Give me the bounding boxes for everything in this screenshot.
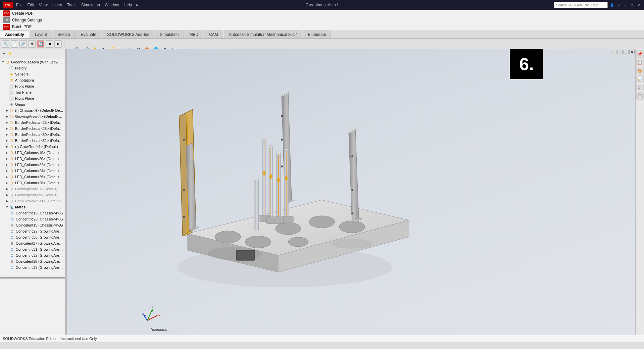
viewport-close-button[interactable]: ✕ [629, 50, 635, 54]
appearance-icon[interactable]: 📌 [636, 50, 644, 58]
filter-options-icon[interactable]: ⚡ [7, 51, 12, 56]
tree-item-border30[interactable]: ▶ ⬡ BorderPedestal<30> (Defaul... [0, 132, 65, 138]
3d-viewport[interactable]: 6. [67, 49, 644, 342]
minimize-button[interactable]: ─ [623, 2, 628, 8]
tab-sketch[interactable]: Sketch [53, 31, 75, 38]
tree-item-backgrowwall[interactable]: ▶ ⬡ BackGrowWall<1> (Default) [0, 198, 65, 204]
led22-expand[interactable]: ▶ [5, 163, 9, 166]
origin-expand[interactable] [5, 103, 9, 106]
restore-button[interactable]: □ [629, 2, 635, 8]
front-plane-expand[interactable] [5, 85, 9, 88]
tree-scrollbar[interactable] [0, 277, 65, 279]
tree-item-annotations[interactable]: ◫ Annotations [0, 77, 65, 83]
menu-help[interactable]: Help [122, 3, 134, 7]
insert-icon[interactable]: 📄 [11, 40, 18, 48]
tree-item-border32[interactable]: ▶ ⬡ BorderPedestal<32> (Defaul... [0, 138, 65, 144]
tree-item-led20[interactable]: ▶ ⬡ LED_Column<20> (Default<... [0, 156, 65, 162]
tree-item-history[interactable]: 🕐 History [0, 65, 65, 71]
tree-item-growingwall3[interactable]: ▶ ⬡ GrowingWall<3> (Default) [0, 192, 65, 198]
tab-mbd[interactable]: MBD [185, 31, 204, 38]
tree-item-chassis[interactable]: ▶ ⬡ (f) Chassis<4> (Default<De... [0, 107, 65, 113]
filter-icon[interactable]: ▼ [2, 51, 6, 56]
tree-mate-concentric31[interactable]: ⊙ Concentric31 (GrowingArea... [0, 246, 65, 252]
scene-icon-right[interactable]: 📋 [636, 59, 644, 66]
tree-mate-concentric30[interactable]: ⊙ Concentric30 (GrowingArea... [0, 234, 65, 240]
tree-item-border28[interactable]: ▶ ⬡ BorderPedestal<28> (Defaul... [0, 126, 65, 132]
history-expand[interactable] [5, 66, 9, 70]
menu-view[interactable]: View [38, 3, 49, 7]
user-icon[interactable]: 👤 [609, 2, 614, 8]
change-settings-button[interactable]: ⚙ Change Settings [3, 17, 641, 23]
tab-solidworks-addins[interactable]: SOLIDWORKS Add-Ins [102, 31, 154, 38]
tree-item-led19[interactable]: ▶ ⬡ LED_Column<19> (Default<... [0, 150, 65, 156]
smart-mates-icon[interactable]: 🔗 [19, 40, 27, 48]
tree-item-sensors[interactable]: ⊙ Sensors [0, 71, 65, 77]
tree-item-led26[interactable]: ▶ ⬡ LED_Column<26> (Default<... [0, 174, 65, 180]
tree-item-led24[interactable]: ▶ ⬡ LED_Column<24> (Default<... [0, 168, 65, 174]
tree-mates-header[interactable]: ▼ 🔩 Mates [0, 204, 65, 210]
viewport-maximize-button[interactable]: ▢ [623, 50, 629, 54]
menu-tools[interactable]: Tools [66, 3, 78, 7]
tree-item-growingwall1[interactable]: ▶ ⬡ GrowingWall<1> (Default) [0, 186, 65, 192]
menu-window[interactable]: Window [103, 3, 120, 7]
border28-expand[interactable]: ▶ [5, 127, 9, 130]
tree-root-item[interactable]: ▼ ⬡ GreenhouseAsm (With Grow Wa... [0, 59, 65, 65]
tree-mate-concentric19[interactable]: ⊙ Concentric19 (Chassis<4>,G [0, 210, 65, 216]
nav-left-icon[interactable]: ◀ [46, 40, 53, 48]
menu-file[interactable]: File [15, 3, 24, 7]
tab-autodesk[interactable]: Autodesk Simulation Mechanical 2017 [224, 31, 302, 38]
lights-icon[interactable]: 🎨 [636, 67, 644, 74]
help-icon[interactable]: ? [616, 2, 621, 8]
tab-layout[interactable]: Layout [30, 31, 52, 38]
tree-mate-concentric33[interactable]: ⊙ Concentric33 (GrowingArea... [0, 264, 65, 270]
mates-expand[interactable]: ▼ [5, 205, 9, 209]
led28-expand[interactable]: ▶ [5, 181, 9, 185]
menu-insert[interactable]: Insert [51, 3, 64, 7]
tab-cam[interactable]: CAM [204, 31, 223, 38]
root-expand-arrow[interactable]: ▼ [1, 60, 5, 64]
search-input[interactable] [554, 2, 608, 8]
chassis-expand[interactable]: ▶ [5, 109, 9, 112]
top-plane-expand[interactable] [5, 91, 9, 94]
tree-item-growing-area[interactable]: ▶ ⬡ GrowingArea<4> (Default<... [0, 113, 65, 119]
tree-mate-coincident15[interactable]: ⊖ Coincident15 (Chassis<4>,G [0, 222, 65, 228]
assembly-icon[interactable]: 🔧 [2, 40, 9, 48]
tree-item-growroof[interactable]: ▶ ⬡ (-) GrowRoof<1> (Default) [0, 144, 65, 150]
led20-expand[interactable]: ▶ [5, 157, 9, 160]
led26-expand[interactable]: ▶ [5, 175, 9, 179]
border32-expand[interactable]: ▶ [5, 139, 9, 142]
tab-simulation[interactable]: Simulation [155, 31, 184, 38]
tree-item-front-plane[interactable]: ⬜ Front Plane [0, 83, 65, 89]
tree-mate-coincident18[interactable]: ⊖ Coincident18 (GrowingArea... [0, 258, 65, 264]
cameras-icon[interactable]: 📊 [636, 76, 644, 83]
decals-icon[interactable]: 📋 [636, 92, 644, 100]
growingwall3-expand[interactable]: ▶ [5, 193, 9, 197]
display-states-icon[interactable]: 📰 [636, 84, 644, 91]
tree-mate-concentric20[interactable]: ⊙ Concentric20 (Chassis<4>,G [0, 216, 65, 222]
growing-area-expand[interactable]: ▶ [5, 115, 9, 118]
tree-item-border25[interactable]: ▶ ⬡ BorderPedestal<25> (Defaul... [0, 119, 65, 126]
viewport-minimize-button[interactable]: ─ [611, 50, 616, 54]
tab-bluebeam[interactable]: Bluebeam [303, 31, 331, 38]
tab-evaluate[interactable]: Evaluate [76, 31, 101, 38]
tab-assembly[interactable]: Assembly [0, 31, 29, 38]
close-button[interactable]: ✕ [636, 2, 641, 8]
forward-nav-icon[interactable]: ► [135, 3, 139, 7]
tree-item-top-plane[interactable]: ⬜ Top Plane [0, 89, 65, 95]
led19-expand[interactable]: ▶ [5, 151, 9, 154]
border30-expand[interactable]: ▶ [5, 133, 9, 136]
tree-item-origin[interactable]: ⊕ Origin [0, 101, 65, 107]
tree-item-led28[interactable]: ▶ ⬡ LED_Column<28> (Default<... [0, 180, 65, 186]
sensors-expand[interactable] [5, 72, 9, 76]
tree-mate-concentric29[interactable]: ⊙ Concentric29 (GrowingArea... [0, 228, 65, 234]
batch-pdf-button[interactable]: PDF Batch PDF [3, 24, 641, 30]
tree-item-right-plane[interactable]: ⬜ Right Plane [0, 95, 65, 101]
move-icon[interactable]: ✥ [28, 40, 36, 48]
tree-mate-coincident17[interactable]: ⊖ Coincident17 (GrowingArea... [0, 240, 65, 246]
nav-right-icon[interactable]: ▶ [54, 40, 62, 48]
viewport-restore-button[interactable]: □ [617, 50, 623, 54]
tree-mate-concentric32[interactable]: ⊙ Concentric32 (GrowingArea... [0, 252, 65, 258]
border25-expand[interactable]: ▶ [5, 121, 9, 124]
tree-item-led22[interactable]: ▶ ⬡ LED_Column<22> (Default<... [0, 162, 65, 168]
led24-expand[interactable]: ▶ [5, 169, 9, 172]
